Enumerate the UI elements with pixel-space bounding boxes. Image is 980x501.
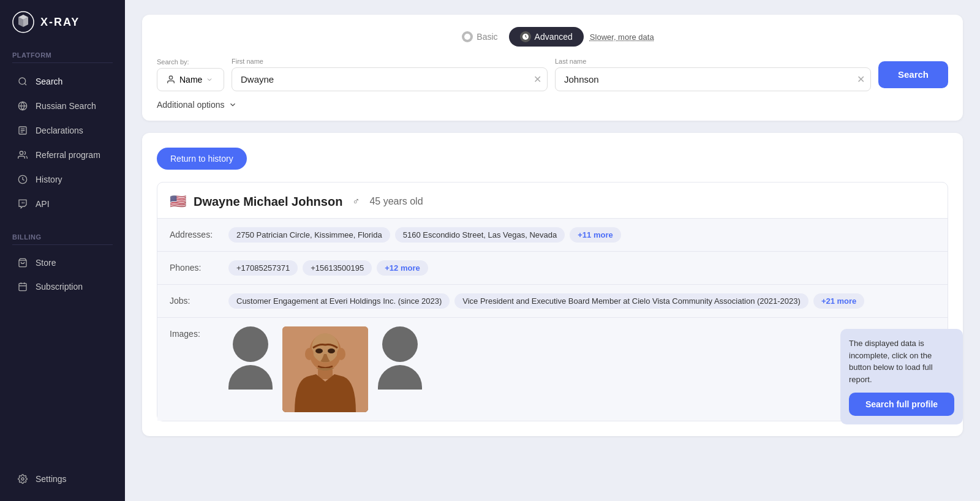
person-icon [166,75,176,85]
person-name: Dwayne Michael Johnson [194,195,342,209]
search-panel: Basic Advanced Slower, more data Search … [142,15,963,121]
search-row: Search by: Name First name ✕ Last name [157,58,948,91]
additional-options[interactable]: Additional options [157,100,948,110]
svg-point-11 [21,478,24,480]
sidebar-item-declarations[interactable]: Declarations [5,119,120,142]
store-icon [17,257,28,268]
phones-label: Phones: [170,260,219,273]
search-by-select[interactable]: Name [157,68,224,91]
sidebar-item-russian-search[interactable]: Russian Search [5,94,120,118]
address-more-tag[interactable]: +11 more [570,227,620,243]
api-icon [17,198,28,209]
svg-point-18 [305,348,314,360]
globe-icon [17,100,28,111]
phone-tag-1: +15613500195 [303,260,372,276]
person-photo [282,326,368,412]
avatar-placeholder-1 [228,326,273,412]
last-name-group: Last name ✕ [555,58,871,91]
last-name-input-wrap: ✕ [555,67,871,91]
sidebar-item-settings-label: Settings [36,474,67,484]
slower-text: Slower, more data [590,32,654,42]
slower-underline: Slower, more data [590,32,654,42]
sidebar-item-store-label: Store [36,258,56,268]
declarations-icon [17,125,28,136]
avatar-body-2 [378,365,422,390]
tooltip-box: The displayed data is incomplete, click … [840,329,963,424]
sidebar-item-subscription[interactable]: Subscription [5,275,120,298]
sidebar-item-subscription-label: Subscription [36,282,83,292]
person-header: 🇺🇸 Dwayne Michael Johnson ♂ 45 years old [157,183,948,218]
sidebar-item-store[interactable]: Store [5,251,120,274]
sidebar-item-history[interactable]: History [5,168,120,191]
person-card: 🇺🇸 Dwayne Michael Johnson ♂ 45 years old… [157,182,948,421]
last-name-label: Last name [555,58,871,65]
billing-divider [12,244,113,245]
chevron-down-icon [206,76,213,83]
first-name-group: First name ✕ [232,58,548,91]
first-name-label: First name [232,58,548,65]
last-name-input[interactable] [555,67,871,91]
logo-icon [12,11,34,33]
avatar-head-2 [382,326,418,362]
sidebar-item-search-label: Search [36,77,62,86]
first-name-input[interactable] [232,67,548,91]
last-name-clear-btn[interactable]: ✕ [857,73,865,85]
settings-icon [17,473,28,484]
sidebar-item-settings[interactable]: Settings [5,467,120,491]
additional-options-label: Additional options [157,100,225,110]
basic-mode-label: Basic [477,32,497,42]
person-silhouette [282,326,368,412]
return-to-history-btn[interactable]: Return to history [157,148,247,170]
person-details: Addresses: 2750 Patrician Circle, Kissim… [157,218,948,421]
sidebar-item-api-label: API [36,199,50,209]
referral-icon [17,149,28,160]
sidebar-item-referral[interactable]: Referral program [5,143,120,167]
search-button[interactable]: Search [878,61,948,88]
person-flag: 🇺🇸 [170,194,186,209]
advanced-mode-btn[interactable]: Advanced [509,27,584,47]
jobs-row: Jobs: Customer Engagement at Everi Holdi… [157,285,948,318]
advanced-mode-label: Advanced [535,32,573,42]
images-label: Images: [170,326,219,339]
svg-point-20 [315,348,323,353]
platform-divider [12,62,113,63]
search-by-label: Search by: [157,58,224,66]
phones-row: Phones: +17085257371 +15613500195 +12 mo… [157,252,948,285]
svg-point-1 [19,78,26,85]
tooltip-text: The displayed data is incomplete, click … [849,339,933,384]
search-icon [17,76,28,87]
subscription-icon [17,281,28,292]
person-gender: ♂ [352,196,360,207]
history-icon [17,174,28,185]
images-grid [228,326,422,412]
billing-section-label: Billing [0,228,125,244]
svg-point-4 [20,151,23,154]
phones-tags: +17085257371 +15613500195 +12 more [228,260,935,276]
mode-toggle: Basic Advanced Slower, more data [157,27,948,47]
sidebar-item-search[interactable]: Search [5,70,120,93]
first-name-clear-btn[interactable]: ✕ [533,73,541,85]
phones-more-tag[interactable]: +12 more [377,260,428,276]
search-full-profile-btn[interactable]: Search full profile [849,393,954,416]
basic-mode-icon [462,31,473,42]
results-panel: Return to history 🇺🇸 Dwayne Michael John… [142,133,963,436]
svg-point-12 [464,34,470,40]
search-by-value: Name [179,75,202,85]
person-age: 45 years old [369,196,423,207]
phone-tag-0: +17085257371 [228,260,298,276]
addresses-label: Addresses: [170,227,219,239]
platform-section-label: Platform [0,47,125,62]
svg-point-13 [169,76,172,79]
jobs-label: Jobs: [170,293,219,306]
sidebar: X-RAY Platform Search Russian Search Dec… [0,0,125,501]
images-row: Images: [157,318,948,421]
logo-text: X-RAY [40,16,80,29]
addresses-tags: 2750 Patrician Circle, Kissimmee, Florid… [228,227,935,243]
search-by-container: Search by: Name [157,58,224,91]
results-outer: Return to history 🇺🇸 Dwayne Michael John… [142,133,963,436]
addresses-row: Addresses: 2750 Patrician Circle, Kissim… [157,219,948,252]
address-tag-1: 5160 Escondido Street, Las Vegas, Nevada [395,227,565,243]
basic-mode-btn[interactable]: Basic [451,27,508,47]
jobs-more-tag[interactable]: +21 more [813,293,864,309]
sidebar-item-api[interactable]: API [5,192,120,216]
